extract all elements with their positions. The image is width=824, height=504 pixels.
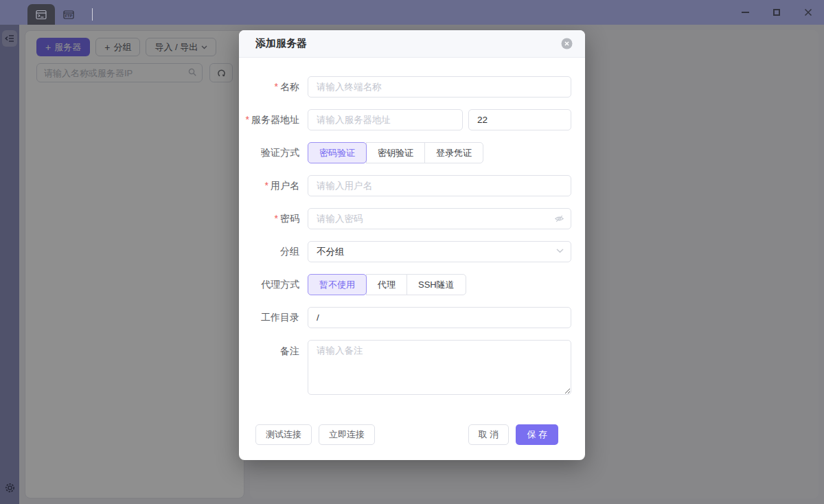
tab-bar: FTP: [0, 0, 93, 25]
auth-method-group: 密码验证 密钥验证 登录凭证: [308, 142, 483, 163]
window-controls: [729, 0, 824, 25]
save-button[interactable]: 保 存: [516, 424, 558, 445]
dialog-close-button[interactable]: [561, 38, 573, 49]
circle-x-icon: [561, 38, 573, 49]
form-row-username: *用户名: [239, 175, 571, 196]
required-marker: *: [275, 213, 278, 224]
minimize-icon: [742, 12, 749, 13]
remark-textarea[interactable]: [308, 340, 571, 395]
proxy-option-proxy[interactable]: 代理: [366, 274, 407, 295]
group-label: 分组: [239, 241, 308, 262]
required-marker: *: [246, 114, 249, 125]
eye-off-icon[interactable]: [554, 214, 564, 227]
tab-ftp[interactable]: FTP: [55, 4, 82, 25]
auth-option-password[interactable]: 密码验证: [308, 142, 367, 163]
auth-option-credential[interactable]: 登录凭证: [424, 142, 483, 163]
maximize-icon: [773, 9, 780, 16]
workdir-input[interactable]: [308, 307, 571, 328]
username-input[interactable]: [308, 175, 571, 196]
dialog-footer: 测试连接 立即连接 取 消 保 存: [239, 424, 571, 460]
terminal-window-icon: [36, 10, 47, 20]
tab-separator: [92, 8, 93, 21]
address-input[interactable]: [308, 109, 463, 130]
proxy-option-none[interactable]: 暂不使用: [308, 274, 367, 295]
close-window-button[interactable]: [792, 0, 824, 25]
close-icon: [804, 8, 812, 16]
form-row-remark: 备注: [239, 340, 571, 395]
dialog-body: *名称 *服务器地址 验证方式 密码验证 密钥验证: [239, 58, 585, 460]
auth-label: 验证方式: [239, 142, 308, 163]
dialog-title: 添加服务器: [255, 37, 307, 50]
proxy-method-group: 暂不使用 代理 SSH隧道: [308, 274, 466, 295]
password-label: *密码: [239, 208, 308, 229]
form-row-auth: 验证方式 密码验证 密钥验证 登录凭证: [239, 142, 571, 163]
form-row-proxy: 代理方式 暂不使用 代理 SSH隧道: [239, 274, 571, 295]
svg-text:FTP: FTP: [65, 14, 73, 18]
form-row-password: *密码: [239, 208, 571, 229]
form-row-group: 分组 不分组: [239, 241, 571, 262]
titlebar: FTP: [0, 0, 824, 25]
add-server-dialog: 添加服务器 *名称 *服务器地址: [239, 30, 585, 460]
dialog-header: 添加服务器: [239, 30, 585, 58]
username-label: *用户名: [239, 175, 308, 196]
proxy-option-ssh-tunnel[interactable]: SSH隧道: [407, 274, 466, 295]
ftp-folder-icon: FTP: [63, 10, 74, 20]
group-select-value: 不分组: [317, 246, 345, 258]
minimize-button[interactable]: [729, 0, 761, 25]
port-input[interactable]: [468, 109, 571, 130]
password-input[interactable]: [308, 208, 571, 229]
address-label: *服务器地址: [239, 109, 308, 130]
tab-terminal[interactable]: [27, 4, 55, 25]
required-marker: *: [265, 180, 268, 191]
connect-now-button[interactable]: 立即连接: [319, 424, 375, 445]
form-row-name: *名称: [239, 76, 571, 98]
remark-label: 备注: [239, 340, 308, 395]
proxy-label: 代理方式: [239, 274, 308, 295]
auth-option-key[interactable]: 密钥验证: [366, 142, 425, 163]
maximize-button[interactable]: [761, 0, 792, 25]
form-row-address: *服务器地址: [239, 109, 571, 130]
name-input[interactable]: [308, 76, 571, 98]
form-row-workdir: 工作目录: [239, 307, 571, 328]
cancel-button[interactable]: 取 消: [468, 424, 510, 445]
test-connection-button[interactable]: 测试连接: [255, 424, 312, 445]
group-select[interactable]: 不分组: [308, 241, 571, 262]
chevron-down-icon: [556, 249, 564, 253]
required-marker: *: [275, 81, 278, 92]
name-label: *名称: [239, 76, 308, 98]
workdir-label: 工作目录: [239, 307, 308, 328]
